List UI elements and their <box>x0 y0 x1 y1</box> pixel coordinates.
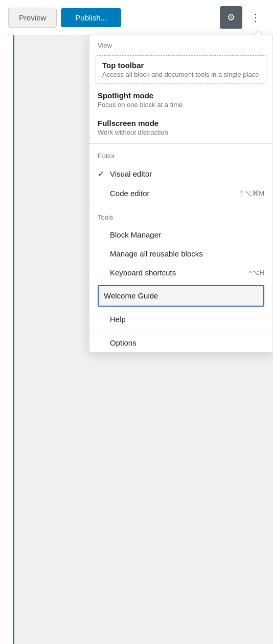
welcome-guide-label: Welcome Guide <box>104 291 158 300</box>
welcome-guide-wrapper: Welcome Guide <box>89 282 272 310</box>
fullscreen-mode-item[interactable]: Fullscreen mode Work without distraction <box>89 114 272 141</box>
top-toolbar-desc: Access all block and document tools in a… <box>102 71 260 78</box>
keyboard-shortcuts-label: Keyboard shortcuts <box>110 268 249 277</box>
top-toolbar-title: Top toolbar <box>102 61 260 70</box>
dropdown-arrow <box>253 30 263 35</box>
code-editor-label: Code editor <box>110 189 239 198</box>
block-manager-label: Block Manager <box>110 230 264 239</box>
check-icon: ✓ <box>98 169 110 179</box>
view-section-label: View <box>89 35 272 53</box>
fullscreen-mode-title: Fullscreen mode <box>98 119 264 127</box>
dropdown-menu: View Top toolbar Access all block and do… <box>89 35 273 353</box>
tools-section-label: Tools <box>89 207 272 225</box>
visual-editor-label: Visual editor <box>110 169 264 178</box>
code-editor-shortcut: ⇧⌥⌘M <box>239 189 264 197</box>
options-label: Options <box>110 338 264 347</box>
visual-editor-item[interactable]: ✓ Visual editor <box>89 164 272 184</box>
preview-button[interactable]: Preview <box>8 8 57 28</box>
publish-button[interactable]: Publish... <box>61 8 121 27</box>
spotlight-mode-item[interactable]: Spotlight mode Focus on one block at a t… <box>89 86 272 114</box>
manage-reusable-item[interactable]: Manage all reusable blocks <box>89 244 272 263</box>
editor-section-label: Editor <box>89 146 272 164</box>
code-editor-item[interactable]: Code editor ⇧⌥⌘M <box>89 184 272 203</box>
fullscreen-mode-desc: Work without distraction <box>98 128 264 136</box>
divider-2 <box>89 205 272 205</box>
help-label: Help <box>110 315 264 324</box>
gear-icon: ⚙ <box>227 12 235 23</box>
sidebar <box>0 35 14 644</box>
keyboard-shortcuts-item[interactable]: Keyboard shortcuts ^⌥H <box>89 263 272 282</box>
divider-3 <box>89 331 272 331</box>
top-toolbar-item[interactable]: Top toolbar Access all block and documen… <box>96 55 266 84</box>
top-toolbar: Preview Publish... ⚙ ⋮ <box>0 0 273 35</box>
block-manager-item[interactable]: Block Manager <box>89 225 272 244</box>
options-item[interactable]: Options <box>89 333 272 352</box>
keyboard-shortcuts-shortcut: ^⌥H <box>249 269 265 276</box>
settings-button[interactable]: ⚙ <box>220 6 242 29</box>
help-item[interactable]: Help <box>89 310 272 329</box>
more-icon: ⋮ <box>251 11 261 24</box>
welcome-guide-item[interactable]: Welcome Guide <box>98 285 264 307</box>
divider-1 <box>89 143 272 144</box>
spotlight-mode-desc: Focus on one block at a time <box>98 101 264 109</box>
more-options-button[interactable]: ⋮ <box>246 6 265 29</box>
manage-reusable-label: Manage all reusable blocks <box>110 249 264 258</box>
spotlight-mode-title: Spotlight mode <box>98 91 264 100</box>
